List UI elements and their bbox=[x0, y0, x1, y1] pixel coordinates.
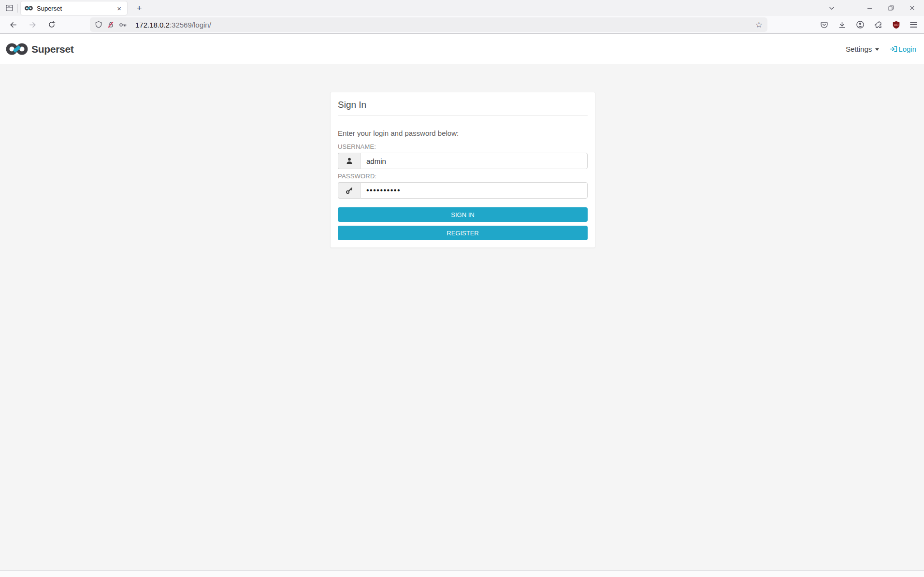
card-title: Sign In bbox=[338, 100, 588, 110]
register-button[interactable]: REGISTER bbox=[338, 226, 588, 240]
password-group bbox=[338, 182, 588, 199]
divider bbox=[17, 4, 18, 13]
nav-buttons bbox=[7, 18, 58, 31]
superset-favicon-icon bbox=[25, 6, 33, 11]
user-icon bbox=[338, 153, 360, 169]
new-tab-button[interactable]: + bbox=[133, 2, 145, 14]
toolbar-icons: uO bbox=[820, 20, 919, 29]
window-controls bbox=[825, 2, 924, 14]
sign-in-button[interactable]: SIGN IN bbox=[338, 207, 588, 222]
reload-icon[interactable] bbox=[45, 18, 58, 31]
close-tab-icon[interactable]: × bbox=[115, 4, 123, 13]
ublock-origin-icon[interactable]: uO bbox=[892, 21, 900, 29]
settings-label: Settings bbox=[846, 45, 872, 53]
browser-tab-strip: Superset × + bbox=[0, 0, 924, 16]
chevron-down-icon bbox=[875, 48, 879, 51]
extensions-puzzle-icon[interactable] bbox=[874, 21, 882, 29]
username-label: USERNAME: bbox=[338, 143, 588, 150]
divider bbox=[338, 115, 588, 115]
page-body: Sign In Enter your login and password be… bbox=[0, 64, 924, 570]
menu-hamburger-icon[interactable] bbox=[910, 22, 917, 28]
username-group bbox=[338, 153, 588, 169]
login-link[interactable]: Login bbox=[890, 45, 916, 53]
password-input[interactable] bbox=[360, 182, 588, 199]
tab-title: Superset bbox=[37, 5, 115, 12]
insecure-lock-icon[interactable] bbox=[107, 21, 115, 29]
bookmark-star-icon[interactable]: ☆ bbox=[755, 21, 763, 29]
url-host: 172.18.0.2 bbox=[135, 21, 170, 29]
url-text[interactable]: 172.18.0.2:32569/login/ bbox=[135, 21, 755, 29]
url-path: :32569/login/ bbox=[170, 21, 211, 29]
svg-text:uO: uO bbox=[894, 23, 898, 27]
back-icon[interactable] bbox=[7, 18, 19, 31]
sign-in-card: Sign In Enter your login and password be… bbox=[330, 92, 595, 248]
browser-toolbar: 172.18.0.2:32569/login/ ☆ bbox=[0, 16, 924, 34]
pocket-icon[interactable] bbox=[820, 21, 828, 29]
superset-brand[interactable]: Superset bbox=[6, 43, 73, 55]
browser-tab[interactable]: Superset × bbox=[21, 1, 127, 15]
key-icon bbox=[338, 182, 360, 199]
shield-icon[interactable] bbox=[95, 21, 102, 29]
minimize-button[interactable] bbox=[863, 2, 876, 14]
firefox-view-icon[interactable] bbox=[3, 2, 15, 14]
restore-button[interactable] bbox=[884, 2, 897, 14]
instruction-text: Enter your login and password below: bbox=[338, 129, 588, 137]
page-footer bbox=[0, 570, 924, 577]
username-input[interactable] bbox=[360, 153, 588, 169]
close-window-button[interactable] bbox=[906, 2, 918, 14]
browser-window: Superset × + bbox=[0, 0, 924, 577]
superset-navbar: Superset Settings Login bbox=[0, 34, 924, 64]
forward-icon[interactable] bbox=[26, 18, 39, 31]
superset-logo-icon bbox=[6, 43, 28, 55]
brand-text: Superset bbox=[31, 43, 73, 55]
list-tabs-chevron-icon[interactable] bbox=[825, 2, 838, 14]
password-label: PASSWORD: bbox=[338, 173, 588, 180]
login-label: Login bbox=[898, 45, 916, 53]
key-icon[interactable] bbox=[119, 21, 127, 29]
settings-menu[interactable]: Settings bbox=[846, 45, 879, 53]
url-bar[interactable]: 172.18.0.2:32569/login/ ☆ bbox=[90, 17, 767, 32]
navbar-right: Settings Login bbox=[846, 45, 916, 53]
downloads-icon[interactable] bbox=[838, 21, 846, 29]
account-icon[interactable] bbox=[856, 20, 865, 29]
sign-in-arrow-icon bbox=[890, 45, 898, 53]
